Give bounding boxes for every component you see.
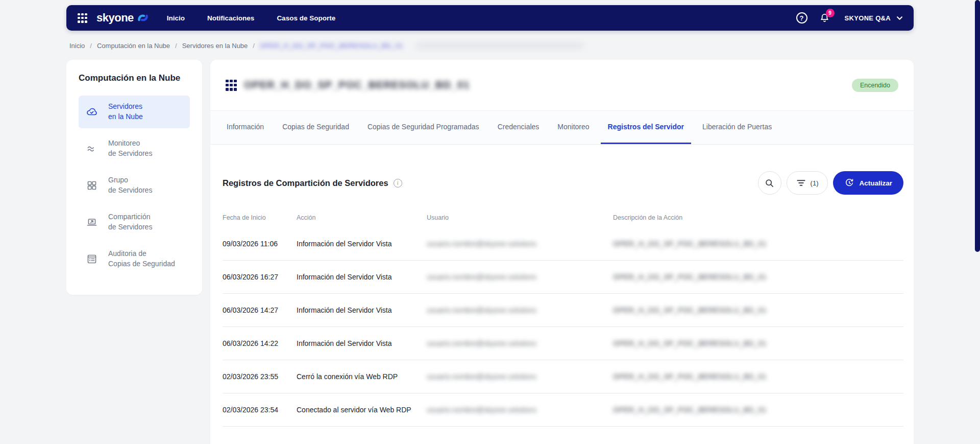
server-header: OPER_H_DO_SP_POC_BERESOLU_BD_01 Encendid… (210, 60, 914, 111)
page: skyone Inicio Notificaciones Casos de So… (66, 5, 914, 444)
search-icon (764, 178, 775, 189)
log-action: Conectado al servidor vía Web RDP (297, 406, 427, 414)
tab-copias-de-seguridad[interactable]: Copias de Seguridad (275, 111, 356, 144)
logs-title: Registros de Compartición de Servidores (223, 178, 388, 188)
refresh-label: Actualizar (859, 179, 892, 187)
log-user-redacted: usuario.nombre@skyone.solutions (427, 406, 613, 414)
column-header-fecha: Fecha de Inicio (223, 214, 297, 221)
sidebar-item-grupo-de-servidores[interactable]: Grupo de Servidores (79, 169, 190, 202)
log-action: Información del Servidor Vista (297, 339, 427, 347)
label-line: Compartición (108, 212, 152, 222)
label-line: Grupo (108, 175, 152, 185)
log-date: 06/03/2026 14:27 (223, 306, 297, 314)
tab-liberacion-de-puertas[interactable]: Liberación de Puertas (695, 111, 779, 144)
redacted-smear (415, 42, 584, 49)
log-date: 02/03/2026 23:55 (223, 372, 297, 381)
refresh-button[interactable]: Actualizar (833, 171, 903, 195)
log-description-redacted: OPER_H_DO_SP_POC_BERESOLU_BD_01 (613, 406, 903, 414)
breadcrumb-servidores[interactable]: Servidores en la Nube (182, 42, 248, 50)
sidebar-item-label: Grupo de Servidores (108, 175, 152, 196)
log-date: 02/03/2026 23:54 (223, 406, 297, 414)
filter-button[interactable]: (1) (787, 171, 828, 195)
sidebar-item-label: Auditoria de Copias de Seguridad (108, 249, 175, 269)
logs-table: Fecha de Inicio Acción Usuario Descripci… (223, 208, 903, 427)
notifications-button[interactable]: 9 (819, 12, 830, 24)
top-navbar: skyone Inicio Notificaciones Casos de So… (66, 5, 914, 31)
account-label: SKYONE Q&A (845, 14, 891, 22)
waves-monitoring-icon (86, 143, 98, 155)
server-name-redacted: OPER_H_DO_SP_POC_BERESOLU_BD_01 (244, 79, 470, 91)
server-grid-icon[interactable] (226, 80, 237, 91)
log-action: Información del Servidor Vista (297, 240, 427, 248)
breadcrumb-separator: / (175, 42, 177, 50)
breadcrumb-separator: / (90, 42, 92, 50)
column-header-accion: Acción (297, 214, 427, 221)
search-button[interactable] (758, 171, 781, 195)
table-row: 06/03/2026 14:22 Información del Servido… (223, 327, 903, 360)
cloud-check-icon (86, 106, 98, 118)
help-button[interactable]: ? (796, 12, 807, 24)
breadcrumb-separator: / (253, 42, 255, 50)
nav-link-inicio[interactable]: Inicio (167, 14, 185, 22)
log-date: 06/03/2026 16:27 (223, 273, 297, 281)
label-line: de Servidores (108, 185, 152, 196)
log-date: 06/03/2026 14:22 (223, 339, 297, 347)
log-action: Información del Servidor Vista (297, 273, 427, 281)
table-row: 06/03/2026 14:27 Información del Servido… (223, 294, 903, 327)
help-icon: ? (796, 12, 807, 24)
label-line: Servidores (108, 102, 143, 112)
notification-badge: 9 (826, 9, 835, 17)
log-description-redacted: OPER_H_DO_SP_POC_BERESOLU_BD_01 (613, 372, 903, 381)
refresh-history-icon (844, 178, 854, 188)
table-header-row: Fecha de Inicio Acción Usuario Descripci… (223, 208, 903, 227)
tab-monitoreo[interactable]: Monitoreo (550, 111, 596, 144)
log-description-redacted: OPER_H_DO_SP_POC_BERESOLU_BD_01 (613, 306, 903, 314)
breadcrumb-inicio[interactable]: Inicio (69, 42, 85, 50)
nav-links: Inicio Notificaciones Casos de Soporte (167, 14, 335, 22)
sidebar-item-auditoria-copias-seguridad[interactable]: Auditoria de Copias de Seguridad (79, 243, 190, 275)
label-line: Auditoria de (108, 249, 175, 259)
chevron-down-icon (897, 16, 902, 20)
share-screen-icon (86, 216, 98, 228)
logs-section: Registros de Compartición de Servidores … (210, 145, 914, 427)
skyone-logo-text: skyone (96, 11, 134, 25)
table-row: 06/03/2026 16:27 Información del Servido… (223, 261, 903, 294)
log-date: 09/03/2026 11:06 (223, 240, 297, 248)
sidebar: Computación en la Nube Servidores en la … (66, 60, 202, 295)
logs-actions: (1) Actualizar (758, 171, 903, 195)
skyone-logo[interactable]: skyone (96, 11, 150, 25)
column-header-usuario: Usuario (427, 214, 613, 221)
sidebar-item-label: Monitoreo de Servidores (108, 138, 152, 159)
sidebar-item-label: Compartición de Servidores (108, 212, 152, 232)
logs-header: Registros de Compartición de Servidores … (210, 145, 914, 195)
sidebar-item-servidores-en-la-nube[interactable]: Servidores en la Nube (79, 96, 190, 128)
sidebar-item-comparticion-de-servidores[interactable]: Compartición de Servidores (79, 206, 190, 239)
vertical-scrollbar-thumb[interactable] (975, 0, 980, 252)
log-user-redacted: usuario.nombre@skyone.solutions (427, 372, 613, 381)
grid-squares-icon (86, 179, 98, 192)
table-row: 02/03/2026 23:54 Conectado al servidor v… (223, 393, 903, 427)
label-line: en la Nube (108, 112, 143, 122)
content-row: Computación en la Nube Servidores en la … (66, 60, 914, 444)
breadcrumb: Inicio / Computación en la Nube / Servid… (69, 42, 914, 50)
apps-grid-icon[interactable] (78, 13, 87, 23)
info-icon[interactable]: i (394, 179, 402, 188)
nav-link-casos-de-soporte[interactable]: Casos de Soporte (277, 14, 335, 22)
label-line: de Servidores (108, 149, 152, 159)
label-line: de Servidores (108, 222, 152, 232)
sidebar-title: Computación en la Nube (66, 73, 202, 83)
tab-credenciales[interactable]: Credenciales (491, 111, 547, 144)
account-menu[interactable]: SKYONE Q&A (845, 14, 902, 22)
filter-count: (1) (811, 179, 819, 187)
tab-informacion[interactable]: Información (219, 111, 271, 144)
server-detail-card: OPER_H_DO_SP_POC_BERESOLU_BD_01 Encendid… (210, 60, 914, 444)
log-user-redacted: usuario.nombre@skyone.solutions (427, 339, 613, 347)
breadcrumb-current-redacted: OPER_H_DO_SP_POC_BERESOLU_BD_01 (260, 42, 403, 50)
tab-copias-programadas[interactable]: Copias de Seguridad Programadas (360, 111, 486, 144)
tab-registros-del-servidor[interactable]: Registros del Servidor (601, 111, 691, 144)
column-header-descripcion: Descripción de la Acción (613, 214, 903, 221)
nav-link-notificaciones[interactable]: Notificaciones (207, 14, 254, 22)
filter-icon (796, 179, 806, 187)
sidebar-item-monitoreo-de-servidores[interactable]: Monitoreo de Servidores (79, 132, 190, 165)
breadcrumb-computacion[interactable]: Computación en la Nube (97, 42, 170, 50)
